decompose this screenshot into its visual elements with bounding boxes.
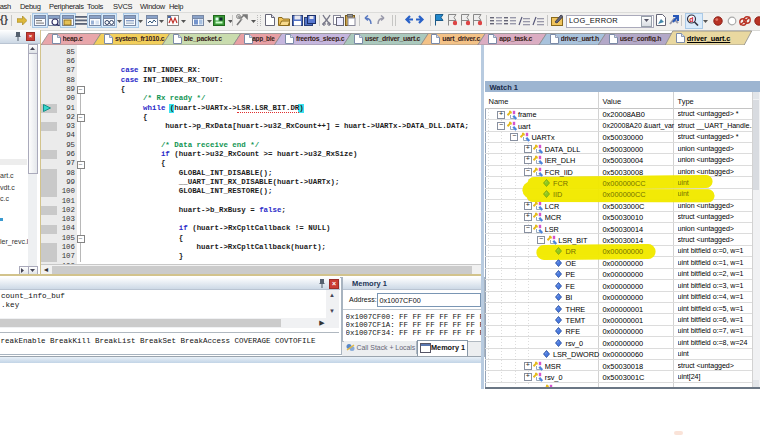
svg-text:d: d (689, 16, 693, 23)
